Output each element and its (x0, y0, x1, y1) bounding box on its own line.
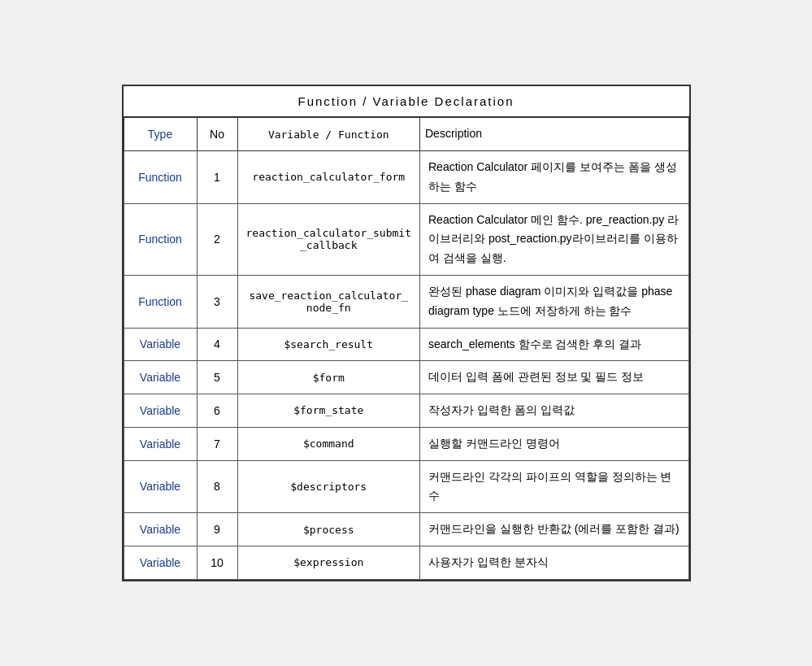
cell-no: 1 (197, 150, 237, 203)
col-header-desc: Description (420, 118, 689, 151)
cell-no: 8 (197, 460, 237, 513)
cell-varfunc: $descriptors (237, 460, 420, 513)
declaration-table: Type No Variable / Function Description … (124, 117, 689, 580)
cell-type: Variable (124, 513, 197, 546)
cell-varfunc: $process (237, 513, 420, 546)
cell-no: 5 (197, 361, 237, 394)
cell-varfunc: $search_result (237, 328, 420, 361)
col-header-var: Variable / Function (237, 118, 420, 151)
cell-desc: 커맨드라인을 실행한 반환값 (에러를 포함한 결과) (420, 513, 689, 546)
table-title: Function / Variable Declaration (124, 86, 689, 117)
cell-type: Variable (124, 460, 197, 513)
table-row: Variable8$descriptors커맨드라인 각각의 파이프의 역할을 … (124, 460, 688, 513)
cell-desc: 데이터 입력 폼에 관련된 정보 및 필드 정보 (420, 361, 689, 394)
cell-no: 7 (197, 427, 237, 460)
cell-desc: 작성자가 입력한 폼의 입력값 (420, 394, 689, 428)
cell-varfunc: $form_state (237, 394, 420, 428)
table-row: Variable4$search_resultsearch_elements 함… (124, 328, 688, 361)
cell-no: 4 (197, 328, 237, 361)
table-row: Variable5$form데이터 입력 폼에 관련된 정보 및 필드 정보 (124, 361, 688, 394)
table-row: Function2reaction_calculator_submit_call… (124, 203, 688, 275)
cell-desc: search_elements 함수로 검색한 후의 결과 (420, 328, 689, 361)
cell-varfunc: reaction_calculator_form (237, 150, 420, 203)
cell-varfunc: reaction_calculator_submit_callback (237, 203, 420, 275)
table-row: Variable10$expression사용자가 입력한 분자식 (124, 546, 688, 580)
cell-desc: Reaction Calculator 페이지를 보여주는 폼을 생성하는 함수 (420, 150, 689, 203)
cell-no: 3 (197, 275, 237, 328)
table-row: Variable7$command실행할 커맨드라인 명령어 (124, 427, 688, 460)
cell-varfunc: $form (237, 361, 420, 394)
cell-type: Variable (124, 328, 197, 361)
cell-varfunc: $command (237, 427, 420, 460)
cell-type: Variable (124, 394, 197, 428)
col-header-no: No (197, 118, 237, 151)
cell-no: 9 (197, 513, 237, 546)
cell-varfunc: save_reaction_calculator_node_fn (237, 275, 420, 328)
cell-no: 6 (197, 394, 237, 428)
cell-desc: 실행할 커맨드라인 명령어 (420, 427, 689, 460)
cell-varfunc: $expression (237, 546, 420, 580)
table-row: Variable9$process커맨드라인을 실행한 반환값 (에러를 포함한… (124, 513, 688, 546)
cell-desc: 완성된 phase diagram 이미지와 입력값을 phase diagra… (420, 275, 689, 328)
cell-type: Variable (124, 361, 197, 394)
table-header-row: Type No Variable / Function Description (124, 118, 688, 151)
col-header-type: Type (124, 118, 197, 151)
cell-type: Variable (124, 546, 197, 580)
cell-no: 2 (197, 203, 237, 275)
table-row: Variable6$form_state작성자가 입력한 폼의 입력값 (124, 394, 688, 428)
cell-type: Function (124, 275, 197, 328)
main-table-container: Function / Variable Declaration Type No … (122, 85, 691, 581)
cell-type: Function (124, 203, 197, 275)
table-body: Function1reaction_calculator_formReactio… (124, 150, 688, 579)
table-row: Function3save_reaction_calculator_node_f… (124, 275, 688, 328)
cell-desc: 사용자가 입력한 분자식 (420, 546, 689, 580)
table-row: Function1reaction_calculator_formReactio… (124, 150, 688, 203)
cell-desc: Reaction Calculator 메인 함수. pre_reaction.… (420, 203, 689, 275)
cell-type: Variable (124, 427, 197, 460)
cell-type: Function (124, 150, 197, 203)
cell-desc: 커맨드라인 각각의 파이프의 역할을 정의하는 변수 (420, 460, 689, 513)
cell-no: 10 (197, 546, 237, 580)
